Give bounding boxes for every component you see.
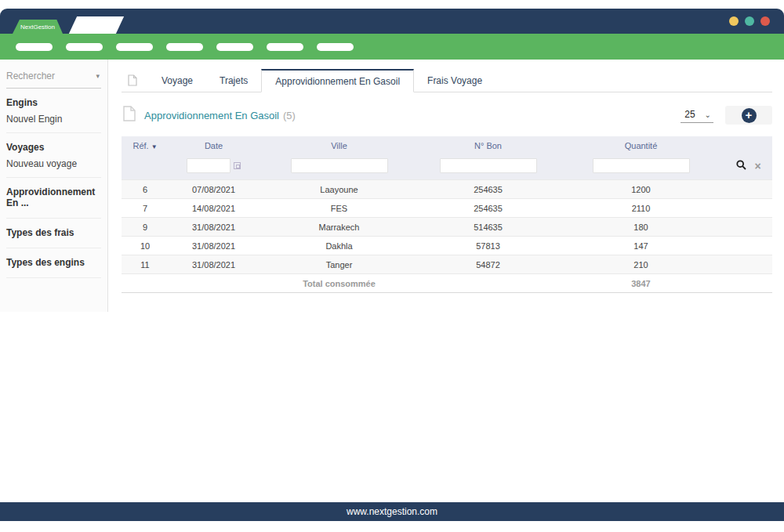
- filter-cell-ref: [122, 155, 169, 180]
- data-table: Réf.▼ Date Ville N° Bon Quantité: [122, 136, 772, 293]
- sidebar-item-voyages[interactable]: Voyages: [6, 140, 101, 154]
- cell-bon: 514635: [419, 218, 557, 237]
- clear-filter-icon[interactable]: ×: [754, 161, 760, 172]
- sidebar-item-nouvel-engin[interactable]: Nouvel Engin: [6, 110, 101, 125]
- nav-pill[interactable]: [317, 43, 354, 51]
- sidebar-group-engins: Engins Nouvel Engin: [6, 89, 101, 133]
- ville-filter-input[interactable]: [291, 158, 388, 173]
- caret-down-icon: ▾: [96, 72, 100, 80]
- page-title-icon: [123, 106, 136, 125]
- filter-cell-quantite: [557, 155, 725, 180]
- cell-actions: [725, 255, 772, 274]
- filter-cell-actions: ×: [725, 155, 772, 180]
- cell-bon: 254635: [419, 199, 557, 218]
- cell-date: 14/08/2021: [169, 199, 259, 218]
- top-navbar: [0, 34, 784, 60]
- sidebar-item-approvidionnement[interactable]: Approvidionnement En ...: [6, 185, 101, 210]
- secondary-tab-shape: [69, 16, 124, 34]
- sidebar-group-types-frais: Types des frais: [6, 219, 101, 248]
- add-record-button[interactable]: +: [725, 106, 772, 125]
- cell-ref: 7: [122, 199, 169, 218]
- nav-pill[interactable]: [267, 43, 303, 51]
- cell-actions: [725, 180, 772, 199]
- tab-voyage[interactable]: Voyage: [148, 69, 206, 92]
- cell-ref: 11: [122, 255, 169, 274]
- nav-pill[interactable]: [116, 43, 153, 51]
- sidebar-item-engins[interactable]: Engins: [6, 96, 101, 110]
- maximize-icon[interactable]: [745, 16, 754, 26]
- nav-pill[interactable]: [16, 43, 53, 51]
- nav-pill[interactable]: [216, 43, 253, 51]
- sidebar-group-types-engins: Types des engins: [6, 248, 101, 278]
- nav-pill[interactable]: [66, 43, 103, 51]
- calendar-icon[interactable]: [234, 162, 241, 169]
- page-title: Approvidionnement En Gasoil: [144, 110, 279, 121]
- sidebar-item-types-des-engins[interactable]: Types des engins: [6, 255, 101, 270]
- filter-cell-bon: [419, 155, 557, 180]
- brand-logo-text: NextGestion: [20, 24, 55, 31]
- cell-bon: 57813: [419, 237, 557, 255]
- minimize-icon[interactable]: [729, 16, 739, 26]
- quantite-filter-input[interactable]: [593, 158, 690, 173]
- table-row[interactable]: 7 14/08/2021 FES 254635 2110: [122, 199, 772, 218]
- table-filter-row: ×: [122, 155, 772, 180]
- cell-date: 07/08/2021: [169, 180, 259, 199]
- cell-quantite: 180: [557, 218, 725, 237]
- cell-quantite: 2110: [557, 199, 725, 218]
- sidebar-search-select[interactable]: Rechercher ▾: [6, 69, 101, 89]
- plus-icon: +: [742, 108, 757, 123]
- sidebar-group-approvidionnement: Approvidionnement En ...: [6, 178, 101, 219]
- close-window-icon[interactable]: [760, 16, 770, 26]
- date-filter-input[interactable]: [187, 158, 230, 173]
- tab-approvidionnement-en-gasoil[interactable]: Approvidionnement En Gasoil: [261, 69, 414, 92]
- cell-ville: Dakhla: [259, 237, 419, 255]
- filter-cell-ville: [259, 155, 419, 180]
- sort-desc-icon: ▼: [151, 143, 158, 150]
- page-icon: [122, 69, 148, 92]
- column-header-ref[interactable]: Réf.▼: [122, 136, 169, 155]
- cell-quantite: 147: [557, 237, 725, 255]
- table-header-row: Réf.▼ Date Ville N° Bon Quantité: [122, 136, 772, 155]
- brand-tab[interactable]: NextGestion: [13, 20, 63, 34]
- cell-ref: 10: [122, 237, 169, 255]
- table-row[interactable]: 9 31/08/2021 Marrakech 514635 180: [122, 218, 772, 237]
- cell-bon: 254635: [419, 180, 557, 199]
- tab-trajets[interactable]: Trajets: [206, 69, 261, 92]
- cell-ref: 6: [122, 180, 169, 199]
- header-controls: 25 ⌄ +: [681, 106, 772, 125]
- cell-ref: 9: [122, 218, 169, 237]
- cell-quantite: 210: [557, 255, 725, 274]
- footer-url: www.nextgestion.com: [347, 506, 437, 517]
- sidebar-group-voyages: Voyages Nouveau voyage: [6, 133, 101, 178]
- cell-ville: Tanger: [259, 255, 419, 274]
- total-label: Total consommée: [259, 274, 419, 293]
- tab-frais-voyage[interactable]: Frais Voyage: [414, 69, 495, 92]
- sidebar-item-types-des-frais[interactable]: Types des frais: [6, 226, 101, 240]
- search-icon[interactable]: [736, 160, 746, 172]
- record-count: (5): [283, 110, 296, 121]
- cell-actions: [725, 237, 772, 255]
- cell-actions: [725, 218, 772, 237]
- cell-quantite: 1200: [557, 180, 725, 199]
- table-row[interactable]: 11 31/08/2021 Tanger 54872 210: [122, 255, 772, 274]
- page-size-select[interactable]: 25 ⌄: [681, 107, 713, 123]
- column-header-quantite[interactable]: Quantité: [557, 136, 725, 155]
- cell-ville: FES: [259, 199, 419, 218]
- table-row[interactable]: 10 31/08/2021 Dakhla 57813 147: [122, 237, 772, 255]
- column-header-bon[interactable]: N° Bon: [419, 136, 557, 155]
- chevron-down-icon: ⌄: [705, 110, 711, 119]
- footer-bar: www.nextgestion.com: [0, 502, 784, 521]
- filter-cell-date: [169, 155, 259, 180]
- cell-actions: [725, 199, 772, 218]
- sidebar-item-nouveau-voyage[interactable]: Nouveau voyage: [6, 154, 101, 169]
- sidebar-search-placeholder: Rechercher: [6, 71, 55, 81]
- table-row[interactable]: 6 07/08/2021 Laayoune 254635 1200: [122, 180, 772, 199]
- page-header: Approvidionnement En Gasoil (5) 25 ⌄ +: [123, 104, 772, 126]
- column-header-date[interactable]: Date: [169, 136, 259, 155]
- window-controls: [729, 16, 770, 26]
- column-header-ville[interactable]: Ville: [259, 136, 419, 155]
- cell-ville: Marrakech: [259, 218, 419, 237]
- bon-filter-input[interactable]: [440, 158, 537, 173]
- nav-pill[interactable]: [166, 43, 203, 51]
- cell-ville: Laayoune: [259, 180, 419, 199]
